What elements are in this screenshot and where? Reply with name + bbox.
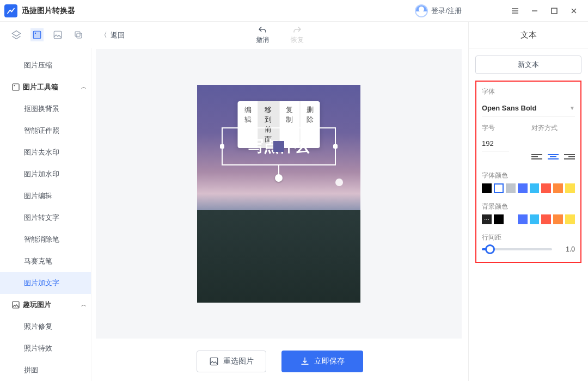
svg-point-8: [14, 85, 15, 86]
align-left-button[interactable]: [531, 152, 542, 161]
canvas[interactable]: 编辑 移到前面 复制 删除 写点什么: [96, 49, 462, 339]
font-select-value: Open Sans Bold: [482, 104, 536, 112]
sidebar-group-fun-label: 趣玩图片: [23, 300, 51, 310]
svg-rect-0: [552, 8, 557, 14]
app-logo: [4, 4, 17, 17]
sidebar-item-5[interactable]: 图片转文字: [0, 207, 91, 229]
color-swatch[interactable]: [482, 183, 492, 193]
login-label: 登录/注册: [431, 6, 462, 16]
svg-rect-1: [33, 31, 41, 39]
color-swatch[interactable]: [541, 183, 551, 193]
color-swatch[interactable]: [553, 183, 563, 193]
login-button[interactable]: 登录/注册: [415, 4, 462, 17]
sidebar-item-6[interactable]: 智能消除笔: [0, 229, 91, 250]
svg-rect-7: [13, 84, 19, 90]
mode-image-icon[interactable]: [51, 28, 64, 41]
line-spacing-label: 行间距: [482, 233, 575, 242]
sidebar-item-3[interactable]: 图片加水印: [0, 163, 91, 185]
chevron-up-icon: ︿: [81, 83, 87, 91]
sidebar-item-0[interactable]: 抠图换背景: [0, 98, 91, 120]
new-text-button[interactable]: 新文本: [475, 56, 581, 74]
sidebar-item-8[interactable]: 图片加文字: [0, 272, 91, 294]
svg-rect-10: [210, 358, 218, 365]
color-picker-button[interactable]: ⋯: [482, 214, 492, 224]
rotate-line: [278, 164, 279, 175]
color-swatch[interactable]: [553, 214, 563, 224]
mode-edit-icon[interactable]: [30, 28, 44, 41]
back-button[interactable]: 〈 返回: [100, 30, 125, 40]
resize-handle[interactable]: [222, 158, 229, 165]
canvas-image[interactable]: 编辑 移到前面 复制 删除 写点什么: [197, 85, 360, 303]
size-label: 字号: [482, 124, 520, 133]
sidebar-item-1[interactable]: 智能证件照: [0, 120, 91, 142]
fun-icon: [11, 300, 21, 310]
mode-convert-icon[interactable]: [10, 28, 23, 41]
color-swatch[interactable]: [565, 214, 575, 224]
align-right-button[interactable]: [564, 152, 575, 161]
sidebar-item-7[interactable]: 马赛克笔: [0, 250, 91, 272]
color-swatch-selected[interactable]: [494, 183, 504, 193]
color-swatch[interactable]: [518, 183, 528, 193]
sidebar-fun-0[interactable]: 照片修复: [0, 316, 91, 337]
svg-rect-6: [77, 33, 82, 38]
color-swatch[interactable]: [541, 214, 551, 224]
chevron-left-icon: 〈: [100, 30, 107, 40]
align-center-button[interactable]: [548, 152, 559, 161]
sidebar-group-toolbox[interactable]: 图片工具箱 ︿: [0, 76, 91, 98]
image-icon: [209, 357, 219, 366]
color-swatch[interactable]: [565, 183, 575, 193]
slider-thumb[interactable]: [485, 244, 495, 254]
image-detail: [197, 210, 360, 303]
app-title: 迅捷图片转换器: [22, 6, 75, 16]
redo-button: 恢复: [291, 26, 304, 45]
sidebar-fun-2[interactable]: 拼图: [0, 359, 91, 381]
redo-label: 恢复: [291, 35, 304, 45]
svg-rect-5: [75, 32, 80, 36]
resize-handle[interactable]: [222, 127, 229, 135]
properties-panel: 文本 新文本 字体 Open Sans Bold ▼ 字号 对齐方式: [468, 22, 588, 381]
close-button[interactable]: [564, 0, 584, 22]
color-swatch[interactable]: [530, 183, 540, 193]
chevron-up-icon: ︿: [81, 301, 87, 309]
sidebar-fun-1[interactable]: 照片特效: [0, 337, 91, 359]
rotate-handle[interactable]: [275, 174, 283, 182]
save-button[interactable]: 立即保存: [281, 351, 363, 372]
font-select[interactable]: Open Sans Bold ▼: [482, 100, 575, 117]
text-box[interactable]: 写点什么: [222, 127, 336, 165]
sidebar-item-compress[interactable]: 图片压缩: [0, 54, 91, 76]
undo-icon: [257, 26, 268, 35]
font-color-swatches: [482, 183, 575, 193]
sidebar-item-4[interactable]: 图片编辑: [0, 185, 91, 207]
maximize-button[interactable]: [544, 0, 564, 22]
minimize-button[interactable]: [525, 0, 544, 22]
sidebar-group-fun[interactable]: 趣玩图片 ︿: [0, 294, 91, 316]
color-swatch[interactable]: [494, 214, 504, 224]
reselect-image-button[interactable]: 重选图片: [197, 351, 266, 372]
font-size-input[interactable]: [482, 136, 509, 151]
save-label: 立即保存: [314, 357, 345, 366]
redo-icon: [292, 26, 303, 35]
text-placeholder[interactable]: 写点什么: [248, 136, 309, 157]
editor-area: 〈 返回 撤消 恢复 编辑: [91, 22, 468, 381]
svg-rect-4: [54, 31, 62, 39]
menu-button[interactable]: [505, 0, 525, 22]
resize-handle[interactable]: [328, 127, 336, 135]
titlebar: 迅捷图片转换器 登录/注册: [0, 0, 588, 22]
resize-handle[interactable]: [220, 144, 224, 149]
font-label: 字体: [482, 87, 575, 96]
line-spacing-value: 1.0: [556, 245, 575, 253]
color-swatch[interactable]: [518, 214, 528, 224]
undo-button[interactable]: 撤消: [256, 26, 269, 45]
line-spacing-slider[interactable]: [482, 248, 552, 250]
avatar-icon: [415, 4, 428, 17]
undo-label: 撤消: [256, 35, 269, 45]
mode-iconbar: [10, 22, 91, 48]
resize-handle[interactable]: [333, 144, 338, 149]
sidebar-item-2[interactable]: 图片去水印: [0, 142, 91, 163]
mode-copy-icon[interactable]: [72, 28, 85, 41]
panel-title: 文本: [469, 22, 588, 49]
resize-handle[interactable]: [328, 158, 336, 165]
color-swatch[interactable]: [530, 214, 540, 224]
reselect-label: 重选图片: [223, 357, 254, 366]
color-swatch[interactable]: [506, 183, 516, 193]
